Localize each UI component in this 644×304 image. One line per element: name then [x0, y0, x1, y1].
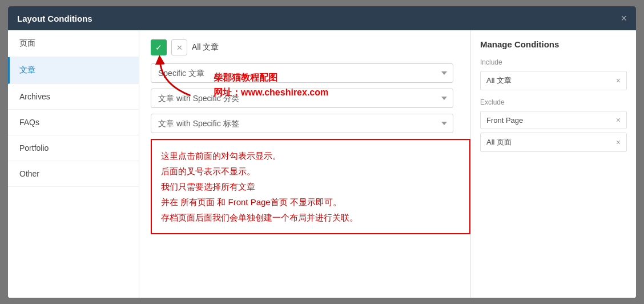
specific-category-dropdown[interactable]: 文章 with Specific 分类 [151, 89, 453, 108]
specific-post-row: Specific 文章 [151, 63, 459, 83]
exclude-x-button[interactable]: ✕ [171, 39, 187, 55]
sidebar-item-archives[interactable]: Archives [8, 84, 139, 110]
exclude-remove-all-pages[interactable]: × [616, 138, 621, 147]
exclude-remove-front-page[interactable]: × [616, 115, 621, 125]
exclude-all-pages-label: All 页面 [486, 137, 512, 147]
annotation-box: 这里点击前面的对勾表示显示。 后面的叉号表示不显示。 我们只需要选择所有文章 并… [151, 139, 470, 234]
exclude-tag-all-pages: All 页面 × [480, 133, 627, 152]
main-content: ✓ ✕ All 文章 [139, 30, 470, 298]
exclude-tag-front-page: Front Page × [480, 111, 627, 129]
exclude-label: Exclude [480, 98, 627, 106]
specific-tag-dropdown[interactable]: 文章 with Specific 标签 [151, 114, 453, 133]
right-panel: Manage Conditions Include All 文章 × Exclu… [470, 30, 636, 298]
include-tag-all-articles: All 文章 × [480, 71, 627, 90]
include-check-button[interactable]: ✓ [151, 39, 167, 55]
modal-title: Layout Conditions [17, 14, 92, 23]
all-articles-label: All 文章 [192, 42, 219, 53]
sidebar-item-portfolio[interactable]: Portfolio [8, 135, 139, 161]
sidebar-item-pages[interactable]: 页面 [8, 30, 139, 57]
specific-post-dropdown[interactable]: Specific 文章 [151, 63, 453, 83]
modal-body: 页面 文章 Archives FAQs Portfolio Other [8, 30, 636, 298]
annotation-text: 这里点击前面的对勾表示显示。 后面的叉号表示不显示。 我们只需要选择所有文章 并… [161, 148, 460, 225]
specific-tag-row: 文章 with Specific 标签 [151, 114, 459, 133]
sidebar-item-other[interactable]: Other [8, 161, 139, 187]
exclude-front-page-label: Front Page [486, 116, 523, 125]
include-tag-label: All 文章 [486, 75, 512, 86]
sidebar: 页面 文章 Archives FAQs Portfolio Other [8, 30, 139, 298]
modal-header: Layout Conditions × [8, 6, 636, 30]
include-remove-all-articles[interactable]: × [616, 76, 621, 85]
all-articles-row: ✓ ✕ All 文章 [151, 39, 459, 55]
sidebar-item-articles[interactable]: 文章 [8, 57, 139, 84]
specific-category-row: 文章 with Specific 分类 [151, 89, 459, 108]
manage-conditions-title: Manage Conditions [480, 39, 627, 49]
sidebar-item-faqs[interactable]: FAQs [8, 110, 139, 135]
include-label: Include [480, 58, 627, 66]
modal-close-button[interactable]: × [621, 13, 627, 23]
